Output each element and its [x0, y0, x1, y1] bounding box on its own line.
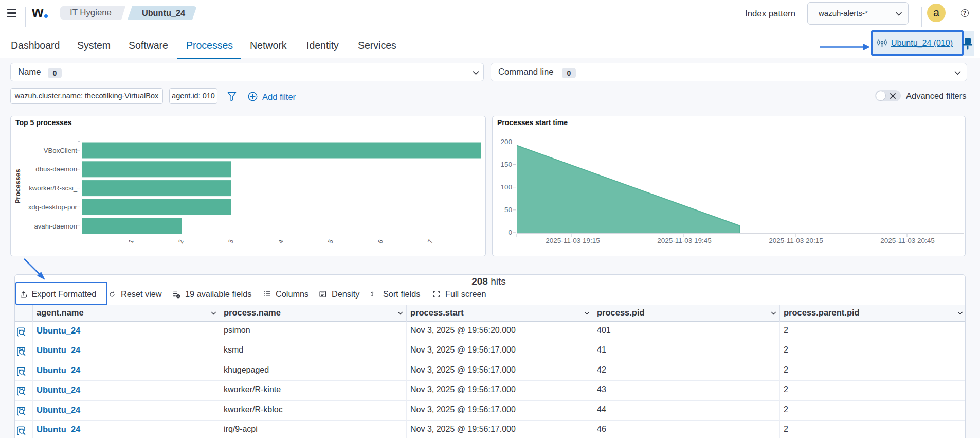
svg-text:kworker/R-scsi_: kworker/R-scsi_ — [29, 184, 77, 192]
svg-text:3: 3 — [227, 238, 235, 244]
svg-text:200: 200 — [500, 138, 512, 146]
svg-text:5: 5 — [326, 238, 335, 244]
svg-text:VBoxClient: VBoxClient — [44, 147, 78, 154]
svg-text:2025-11-03 20:15: 2025-11-03 20:15 — [769, 237, 823, 244]
svg-text:Processes: Processes — [14, 169, 22, 204]
svg-text:6: 6 — [376, 238, 385, 244]
svg-text:150: 150 — [500, 161, 512, 168]
svg-text:2025-11-03 19:45: 2025-11-03 19:45 — [657, 237, 712, 244]
svg-text:1: 1 — [127, 238, 135, 244]
svg-text:4: 4 — [277, 238, 285, 244]
svg-text:100: 100 — [500, 183, 512, 191]
svg-text:2025-11-03 20:45: 2025-11-03 20:45 — [880, 237, 935, 244]
svg-text:2025-11-03 19:15: 2025-11-03 19:15 — [546, 237, 600, 244]
svg-text:2: 2 — [177, 238, 185, 244]
svg-text:0: 0 — [508, 229, 512, 236]
svg-text:dbus-daemon: dbus-daemon — [35, 165, 77, 173]
svg-text:avahi-daemon: avahi-daemon — [34, 222, 77, 230]
svg-text:7: 7 — [426, 238, 434, 244]
svg-text:xdg-desktop-por: xdg-desktop-por — [28, 203, 78, 211]
svg-text:50: 50 — [504, 206, 512, 214]
